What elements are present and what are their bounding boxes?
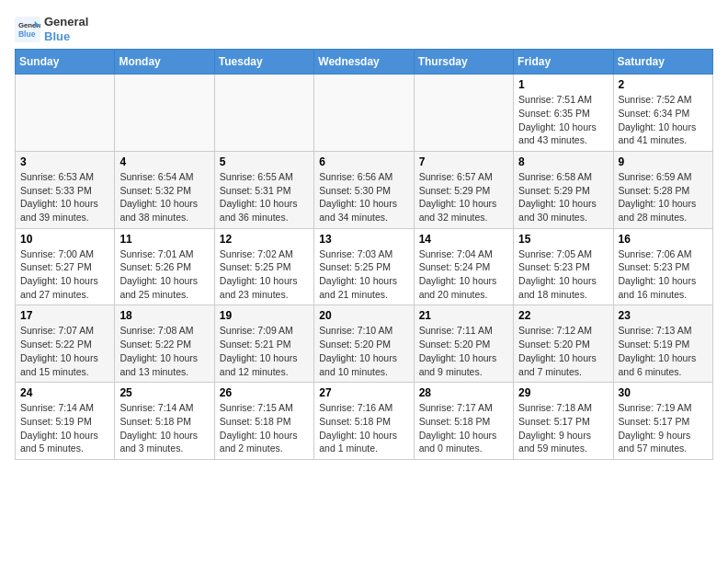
- table-row: 18Sunrise: 7:08 AM Sunset: 5:22 PM Dayli…: [115, 305, 214, 383]
- table-row: 24Sunrise: 7:14 AM Sunset: 5:19 PM Dayli…: [16, 383, 115, 460]
- day-number: 27: [319, 386, 408, 399]
- day-info: Sunrise: 7:06 AM Sunset: 5:23 PM Dayligh…: [619, 247, 708, 302]
- day-number: 23: [619, 309, 708, 322]
- day-number: 6: [319, 155, 408, 168]
- calendar-row: 3Sunrise: 6:53 AM Sunset: 5:33 PM Daylig…: [16, 151, 713, 228]
- weekday-header: Tuesday: [214, 50, 313, 75]
- table-row: 15Sunrise: 7:05 AM Sunset: 5:23 PM Dayli…: [514, 228, 613, 305]
- day-number: 8: [518, 155, 608, 168]
- day-info: Sunrise: 7:05 AM Sunset: 5:23 PM Dayligh…: [518, 247, 608, 302]
- weekday-header: Wednesday: [314, 50, 414, 75]
- day-info: Sunrise: 6:56 AM Sunset: 5:30 PM Dayligh…: [319, 170, 408, 224]
- table-row: [16, 75, 115, 152]
- table-row: 6Sunrise: 6:56 AM Sunset: 5:30 PM Daylig…: [314, 151, 414, 228]
- table-row: 13Sunrise: 7:03 AM Sunset: 5:25 PM Dayli…: [314, 228, 414, 305]
- day-info: Sunrise: 7:02 AM Sunset: 5:25 PM Dayligh…: [220, 247, 309, 302]
- day-number: 17: [20, 309, 109, 322]
- table-row: 17Sunrise: 7:07 AM Sunset: 5:22 PM Dayli…: [16, 305, 115, 383]
- day-number: 19: [220, 309, 309, 322]
- day-info: Sunrise: 7:15 AM Sunset: 5:18 PM Dayligh…: [220, 401, 309, 455]
- calendar-row: 24Sunrise: 7:14 AM Sunset: 5:19 PM Dayli…: [16, 383, 713, 460]
- day-info: Sunrise: 7:09 AM Sunset: 5:21 PM Dayligh…: [220, 324, 309, 378]
- table-row: 3Sunrise: 6:53 AM Sunset: 5:33 PM Daylig…: [16, 151, 115, 228]
- day-info: Sunrise: 7:00 AM Sunset: 5:27 PM Dayligh…: [20, 247, 109, 302]
- day-number: 5: [220, 155, 309, 168]
- table-row: [214, 75, 313, 152]
- table-row: 20Sunrise: 7:10 AM Sunset: 5:20 PM Dayli…: [314, 305, 414, 383]
- weekday-header: Sunday: [16, 50, 115, 75]
- day-info: Sunrise: 6:59 AM Sunset: 5:28 PM Dayligh…: [619, 170, 708, 224]
- table-row: 30Sunrise: 7:19 AM Sunset: 5:17 PM Dayli…: [613, 383, 712, 460]
- day-info: Sunrise: 7:04 AM Sunset: 5:24 PM Dayligh…: [419, 247, 508, 302]
- day-info: Sunrise: 7:18 AM Sunset: 5:17 PM Dayligh…: [518, 401, 608, 455]
- weekday-header: Saturday: [613, 50, 712, 75]
- day-info: Sunrise: 7:13 AM Sunset: 5:19 PM Dayligh…: [619, 324, 708, 378]
- header-row: SundayMondayTuesdayWednesdayThursdayFrid…: [16, 50, 713, 75]
- day-info: Sunrise: 7:01 AM Sunset: 5:26 PM Dayligh…: [119, 247, 209, 302]
- table-row: 7Sunrise: 6:57 AM Sunset: 5:29 PM Daylig…: [414, 151, 513, 228]
- calendar: SundayMondayTuesdayWednesdayThursdayFrid…: [15, 49, 713, 460]
- weekday-header: Thursday: [414, 50, 513, 75]
- day-number: 14: [419, 233, 508, 246]
- day-number: 15: [518, 233, 608, 246]
- day-number: 24: [20, 386, 109, 399]
- day-number: 30: [619, 386, 708, 399]
- day-number: 28: [419, 386, 508, 399]
- day-info: Sunrise: 7:10 AM Sunset: 5:20 PM Dayligh…: [319, 324, 408, 378]
- weekday-header: Friday: [514, 50, 613, 75]
- day-info: Sunrise: 6:55 AM Sunset: 5:31 PM Dayligh…: [220, 170, 309, 224]
- day-number: 13: [319, 233, 408, 246]
- table-row: [414, 75, 513, 152]
- table-row: 1Sunrise: 7:51 AM Sunset: 6:35 PM Daylig…: [514, 75, 613, 152]
- table-row: 5Sunrise: 6:55 AM Sunset: 5:31 PM Daylig…: [214, 151, 313, 228]
- day-info: Sunrise: 7:07 AM Sunset: 5:22 PM Dayligh…: [20, 324, 109, 378]
- day-number: 22: [518, 309, 608, 322]
- day-info: Sunrise: 7:17 AM Sunset: 5:18 PM Dayligh…: [419, 401, 508, 455]
- logo: General Blue General Blue: [15, 15, 88, 43]
- day-info: Sunrise: 6:53 AM Sunset: 5:33 PM Dayligh…: [20, 170, 109, 224]
- table-row: 16Sunrise: 7:06 AM Sunset: 5:23 PM Dayli…: [613, 228, 712, 305]
- day-info: Sunrise: 6:58 AM Sunset: 5:29 PM Dayligh…: [518, 170, 608, 224]
- table-row: 14Sunrise: 7:04 AM Sunset: 5:24 PM Dayli…: [414, 228, 513, 305]
- day-number: 16: [619, 233, 708, 246]
- day-info: Sunrise: 7:19 AM Sunset: 5:17 PM Dayligh…: [619, 401, 708, 455]
- table-row: 4Sunrise: 6:54 AM Sunset: 5:32 PM Daylig…: [115, 151, 214, 228]
- calendar-row: 10Sunrise: 7:00 AM Sunset: 5:27 PM Dayli…: [16, 228, 713, 305]
- table-row: 26Sunrise: 7:15 AM Sunset: 5:18 PM Dayli…: [214, 383, 313, 460]
- day-number: 20: [319, 309, 408, 322]
- table-row: 29Sunrise: 7:18 AM Sunset: 5:17 PM Dayli…: [514, 383, 613, 460]
- day-number: 7: [419, 155, 508, 168]
- table-row: 23Sunrise: 7:13 AM Sunset: 5:19 PM Dayli…: [613, 305, 712, 383]
- table-row: 19Sunrise: 7:09 AM Sunset: 5:21 PM Dayli…: [214, 305, 313, 383]
- day-info: Sunrise: 6:54 AM Sunset: 5:32 PM Dayligh…: [119, 170, 209, 224]
- table-row: 8Sunrise: 6:58 AM Sunset: 5:29 PM Daylig…: [514, 151, 613, 228]
- day-number: 25: [119, 386, 209, 399]
- day-number: 1: [518, 78, 608, 91]
- table-row: [115, 75, 214, 152]
- day-number: 2: [619, 78, 708, 91]
- weekday-header: Monday: [115, 50, 214, 75]
- day-info: Sunrise: 6:57 AM Sunset: 5:29 PM Dayligh…: [419, 170, 508, 224]
- table-row: 11Sunrise: 7:01 AM Sunset: 5:26 PM Dayli…: [115, 228, 214, 305]
- table-row: 10Sunrise: 7:00 AM Sunset: 5:27 PM Dayli…: [16, 228, 115, 305]
- day-info: Sunrise: 7:14 AM Sunset: 5:19 PM Dayligh…: [20, 401, 109, 455]
- table-row: 28Sunrise: 7:17 AM Sunset: 5:18 PM Dayli…: [414, 383, 513, 460]
- day-number: 3: [20, 155, 109, 168]
- table-row: 21Sunrise: 7:11 AM Sunset: 5:20 PM Dayli…: [414, 305, 513, 383]
- day-number: 10: [20, 233, 109, 246]
- table-row: 25Sunrise: 7:14 AM Sunset: 5:18 PM Dayli…: [115, 383, 214, 460]
- calendar-row: 1Sunrise: 7:51 AM Sunset: 6:35 PM Daylig…: [16, 75, 713, 152]
- day-number: 26: [220, 386, 309, 399]
- day-number: 29: [518, 386, 608, 399]
- day-number: 21: [419, 309, 508, 322]
- table-row: 12Sunrise: 7:02 AM Sunset: 5:25 PM Dayli…: [214, 228, 313, 305]
- day-info: Sunrise: 7:12 AM Sunset: 5:20 PM Dayligh…: [518, 324, 608, 378]
- day-info: Sunrise: 7:51 AM Sunset: 6:35 PM Dayligh…: [518, 93, 608, 147]
- day-number: 12: [220, 233, 309, 246]
- table-row: 9Sunrise: 6:59 AM Sunset: 5:28 PM Daylig…: [613, 151, 712, 228]
- day-number: 18: [119, 309, 209, 322]
- day-info: Sunrise: 7:52 AM Sunset: 6:34 PM Dayligh…: [619, 93, 708, 147]
- svg-text:Blue: Blue: [18, 29, 36, 38]
- table-row: 22Sunrise: 7:12 AM Sunset: 5:20 PM Dayli…: [514, 305, 613, 383]
- calendar-row: 17Sunrise: 7:07 AM Sunset: 5:22 PM Dayli…: [16, 305, 713, 383]
